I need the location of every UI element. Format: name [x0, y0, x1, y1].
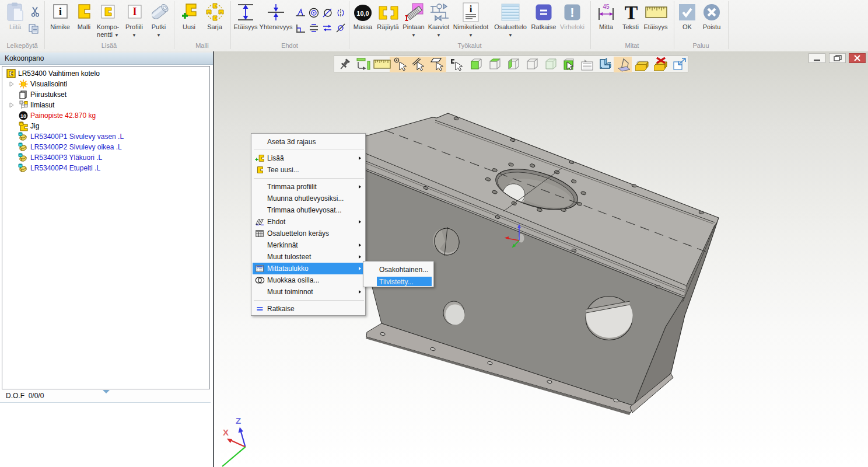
- svg-text:i: i: [470, 4, 473, 15]
- svg-text:45: 45: [603, 4, 610, 10]
- svg-text:i: i: [59, 5, 62, 18]
- svg-text:!: !: [570, 5, 574, 20]
- svg-text:I: I: [132, 6, 136, 18]
- svg-text:T: T: [625, 4, 638, 21]
- svg-text:X: X: [223, 427, 229, 437]
- svg-text:Z: Z: [236, 416, 241, 426]
- svg-text:10: 10: [20, 113, 26, 119]
- svg-text:10,0: 10,0: [356, 10, 369, 17]
